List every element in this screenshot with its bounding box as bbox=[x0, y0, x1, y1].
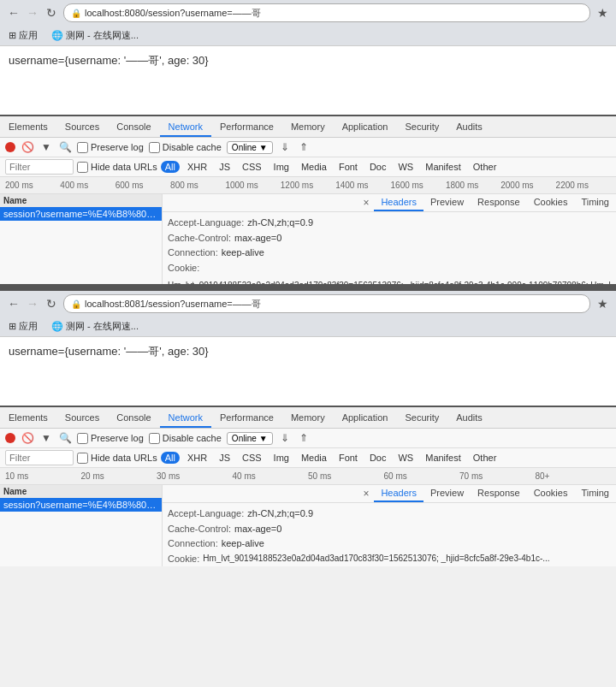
hide-data-urls-checkbox-2[interactable] bbox=[77, 453, 88, 464]
bookmark-apps-2[interactable]: ⊞ 应用 bbox=[5, 318, 41, 335]
tab-audits-1[interactable]: Audits bbox=[447, 118, 491, 137]
type-media-2[interactable]: Media bbox=[297, 452, 331, 464]
tab-sources-2[interactable]: Sources bbox=[56, 409, 108, 428]
forward-button-2[interactable]: → bbox=[24, 295, 41, 312]
search-button-1[interactable]: 🔍 bbox=[58, 140, 72, 154]
headers-tab-timing-1[interactable]: Timing bbox=[574, 194, 616, 211]
address-bar-1[interactable]: 🔒 localhost:8080/session?username=——哥 bbox=[63, 3, 590, 22]
request-item-2[interactable]: session?username=%E4%B8%80%E4%B8%80%E5%9… bbox=[0, 498, 162, 512]
globe-icon-2: 🌐 bbox=[51, 321, 63, 332]
hide-data-urls-label-1[interactable]: Hide data URLs bbox=[77, 162, 157, 173]
tab-elements-1[interactable]: Elements bbox=[0, 118, 56, 137]
type-js-2[interactable]: JS bbox=[215, 452, 234, 464]
type-css-1[interactable]: CSS bbox=[238, 161, 266, 173]
type-css-2[interactable]: CSS bbox=[238, 452, 266, 464]
type-js-1[interactable]: JS bbox=[215, 161, 234, 173]
tab-audits-2[interactable]: Audits bbox=[447, 409, 491, 428]
tab-elements-2[interactable]: Elements bbox=[0, 409, 56, 428]
header-value-cc-2: max-age=0 bbox=[234, 522, 281, 537]
header-name-conn-2: Connection: bbox=[168, 536, 218, 552]
headers-tab-headers-2[interactable]: Headers bbox=[374, 485, 424, 502]
headers-tab-preview-2[interactable]: Preview bbox=[424, 485, 471, 502]
tab-security-1[interactable]: Security bbox=[396, 118, 447, 137]
type-other-2[interactable]: Other bbox=[469, 452, 501, 464]
type-media-1[interactable]: Media bbox=[297, 161, 331, 173]
tab-memory-2[interactable]: Memory bbox=[282, 409, 334, 428]
tab-sources-1[interactable]: Sources bbox=[56, 118, 108, 137]
tab-application-1[interactable]: Application bbox=[334, 118, 397, 137]
refresh-button-2[interactable]: ↻ bbox=[43, 295, 60, 312]
download-button-1[interactable]: ⇓ bbox=[278, 140, 292, 154]
type-doc-1[interactable]: Doc bbox=[365, 161, 391, 173]
type-ws-2[interactable]: WS bbox=[394, 452, 418, 464]
type-all-2[interactable]: All bbox=[161, 452, 180, 464]
clear-button-2[interactable]: 🚫 bbox=[21, 431, 34, 445]
bookmark-network-1[interactable]: 🌐 测网 - 在线网速... bbox=[48, 27, 142, 44]
download-button-2[interactable]: ⇓ bbox=[278, 431, 292, 445]
type-doc-2[interactable]: Doc bbox=[365, 452, 391, 464]
headers-close-1[interactable]: × bbox=[358, 194, 374, 211]
headers-tab-response-1[interactable]: Response bbox=[471, 194, 527, 211]
type-font-2[interactable]: Font bbox=[335, 452, 362, 464]
tab-network-1[interactable]: Network bbox=[160, 118, 211, 137]
filter-button-1[interactable]: ▼ bbox=[39, 140, 53, 154]
type-xhr-1[interactable]: XHR bbox=[183, 161, 211, 173]
filter-button-2[interactable]: ▼ bbox=[39, 431, 53, 445]
disable-cache-label-2[interactable]: Disable cache bbox=[149, 433, 222, 444]
preserve-log-checkbox-2[interactable] bbox=[77, 433, 88, 444]
type-manifest-1[interactable]: Manifest bbox=[421, 161, 465, 173]
preserve-log-label-1[interactable]: Preserve log bbox=[77, 142, 144, 153]
tab-security-2[interactable]: Security bbox=[396, 409, 447, 428]
headers-tab-cookies-2[interactable]: Cookies bbox=[527, 485, 575, 502]
tab-application-2[interactable]: Application bbox=[334, 409, 397, 428]
back-button-2[interactable]: ← bbox=[5, 295, 22, 312]
headers-tab-cookies-1[interactable]: Cookies bbox=[527, 194, 575, 211]
tab-performance-1[interactable]: Performance bbox=[211, 118, 282, 137]
tab-network-2[interactable]: Network bbox=[160, 409, 211, 428]
type-img-2[interactable]: Img bbox=[270, 452, 293, 464]
tab-memory-1[interactable]: Memory bbox=[282, 118, 334, 137]
headers-tab-response-2[interactable]: Response bbox=[471, 485, 527, 502]
type-ws-1[interactable]: WS bbox=[394, 161, 418, 173]
preserve-log-label-2[interactable]: Preserve log bbox=[77, 433, 144, 444]
bookmark-button-2[interactable]: ★ bbox=[594, 295, 611, 312]
address-bar-2[interactable]: 🔒 localhost:8081/session?username=——哥 bbox=[63, 294, 590, 313]
type-img-1[interactable]: Img bbox=[270, 161, 293, 173]
request-item-1[interactable]: session?username=%E4%B8%80%E4%B8%80%E5%9… bbox=[0, 207, 162, 221]
filter-input-1[interactable] bbox=[5, 159, 74, 175]
record-button-1[interactable] bbox=[5, 142, 15, 152]
type-other-1[interactable]: Other bbox=[469, 161, 501, 173]
hide-data-urls-checkbox-1[interactable] bbox=[77, 162, 88, 173]
type-xhr-2[interactable]: XHR bbox=[183, 452, 211, 464]
bookmark-network-2[interactable]: 🌐 测网 - 在线网速... bbox=[48, 318, 142, 335]
headers-tab-headers-1[interactable]: Headers bbox=[374, 194, 424, 211]
online-badge-1[interactable]: Online ▼ bbox=[227, 141, 273, 154]
type-font-1[interactable]: Font bbox=[335, 161, 362, 173]
preserve-log-checkbox-1[interactable] bbox=[77, 142, 88, 153]
bookmark-apps-1[interactable]: ⊞ 应用 bbox=[5, 27, 41, 44]
clear-button-1[interactable]: 🚫 bbox=[21, 140, 34, 154]
back-button-1[interactable]: ← bbox=[5, 4, 22, 21]
hide-data-urls-label-2[interactable]: Hide data URLs bbox=[77, 453, 157, 464]
tab-console-1[interactable]: Console bbox=[108, 118, 159, 137]
header-value-cc-1: max-age=0 bbox=[234, 231, 281, 246]
disable-cache-checkbox-1[interactable] bbox=[149, 142, 160, 153]
disable-cache-checkbox-2[interactable] bbox=[149, 433, 160, 444]
tab-performance-2[interactable]: Performance bbox=[211, 409, 282, 428]
type-all-1[interactable]: All bbox=[161, 161, 180, 173]
filter-input-2[interactable] bbox=[5, 450, 74, 465]
upload-button-2[interactable]: ⇑ bbox=[297, 431, 311, 445]
tab-console-2[interactable]: Console bbox=[108, 409, 159, 428]
headers-tab-timing-2[interactable]: Timing bbox=[574, 485, 616, 502]
disable-cache-label-1[interactable]: Disable cache bbox=[149, 142, 222, 153]
forward-button-1[interactable]: → bbox=[24, 4, 41, 21]
headers-tab-preview-1[interactable]: Preview bbox=[424, 194, 471, 211]
upload-button-1[interactable]: ⇑ bbox=[297, 140, 311, 154]
bookmark-button-1[interactable]: ★ bbox=[594, 4, 611, 21]
headers-close-2[interactable]: × bbox=[358, 485, 374, 502]
type-manifest-2[interactable]: Manifest bbox=[421, 452, 465, 464]
refresh-button-1[interactable]: ↻ bbox=[43, 4, 60, 21]
record-button-2[interactable] bbox=[5, 433, 15, 443]
online-badge-2[interactable]: Online ▼ bbox=[227, 432, 273, 445]
search-button-2[interactable]: 🔍 bbox=[58, 431, 72, 445]
